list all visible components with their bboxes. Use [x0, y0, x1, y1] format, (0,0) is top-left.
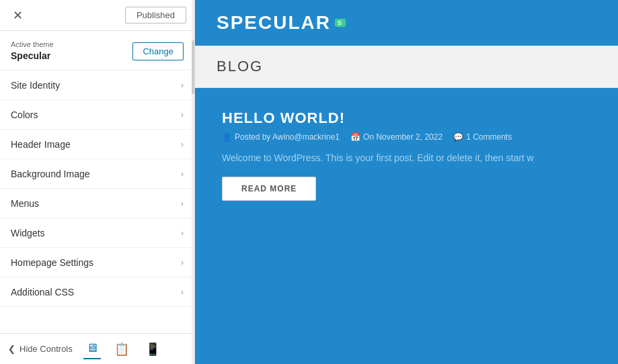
blog-bar: BLOG [195, 46, 618, 88]
chevron-right-icon: › [181, 109, 184, 120]
active-theme-info: Active theme Specular [11, 40, 54, 62]
preview-panel: SPECULAR S BLOG HELLO WORLD! 👤 Posted by… [195, 0, 618, 364]
menu-item-label-colors: Colors [11, 109, 38, 120]
chevron-right-icon: › [181, 228, 184, 238]
published-button[interactable]: Published [125, 7, 186, 24]
mobile-icon: 📱 [145, 342, 160, 357]
hide-controls-label: Hide Controls [20, 344, 73, 354]
chevron-left-icon: ❮ [8, 344, 15, 354]
site-title: SPECULAR S [217, 12, 346, 34]
site-title-text: SPECULAR [217, 12, 331, 34]
menu-item-background-image[interactable]: Background Image › [0, 159, 194, 189]
sidebar-bottom: ❮ Hide Controls 🖥 📋 📱 [0, 333, 194, 364]
date-icon: 📅 [350, 132, 360, 142]
menu-item-homepage-settings[interactable]: Homepage Settings › [0, 248, 194, 277]
close-button[interactable]: ✕ [8, 6, 27, 25]
post-title: HELLO WORLD! [222, 109, 591, 127]
chevron-right-icon: › [181, 169, 184, 179]
menu-item-label-homepage-settings: Homepage Settings [11, 257, 93, 268]
chevron-right-icon: › [181, 287, 184, 297]
desktop-device-button[interactable]: 🖥 [83, 338, 101, 359]
hide-controls-button[interactable]: ❮ Hide Controls [8, 344, 73, 354]
change-theme-button[interactable]: Change [132, 42, 184, 60]
active-theme-label: Active theme [11, 40, 54, 48]
menu-item-widgets[interactable]: Widgets › [0, 218, 194, 248]
desktop-icon: 🖥 [86, 341, 98, 355]
post-date: 📅 On November 2, 2022 [350, 132, 442, 142]
menu-item-additional-css[interactable]: Additional CSS › [0, 277, 194, 307]
chevron-right-icon: › [181, 80, 184, 90]
tablet-device-button[interactable]: 📋 [112, 339, 132, 359]
menu-item-site-identity[interactable]: Site Identity › [0, 71, 194, 100]
menu-item-label-header-image: Header Image [11, 139, 71, 150]
site-header: SPECULAR S [195, 0, 618, 46]
chevron-right-icon: › [181, 139, 184, 149]
menu-item-label-menus: Menus [11, 198, 39, 209]
sidebar: ✕ Published Active theme Specular Change… [0, 0, 195, 364]
post-meta: 👤 Posted by Awino@mackrine1 📅 On Novembe… [222, 132, 591, 142]
active-theme-section: Active theme Specular Change [0, 31, 194, 71]
menu-item-colors[interactable]: Colors › [0, 100, 194, 130]
active-theme-name: Specular [11, 50, 50, 61]
author-icon: 👤 [222, 132, 232, 142]
scrollbar[interactable] [192, 0, 194, 364]
menu-item-label-background-image: Background Image [11, 169, 90, 179]
post-comments: 💬 1 Comments [453, 132, 512, 142]
post-excerpt: Welcome to WordPress. This is your first… [222, 152, 591, 163]
chevron-right-icon: › [181, 257, 184, 267]
menu-item-label-additional-css: Additional CSS [11, 287, 74, 298]
blog-title: BLOG [217, 58, 596, 75]
shopify-badge: S [335, 19, 346, 27]
sidebar-topbar: ✕ Published [0, 0, 194, 31]
customizer-menu: Site Identity › Colors › Header Image › … [0, 71, 194, 333]
menu-item-header-image[interactable]: Header Image › [0, 130, 194, 159]
tablet-icon: 📋 [114, 342, 129, 357]
menu-item-menus[interactable]: Menus › [0, 189, 194, 218]
mobile-device-button[interactable]: 📱 [143, 339, 163, 359]
scroll-thumb [192, 40, 194, 94]
post-author: 👤 Posted by Awino@mackrine1 [222, 132, 340, 142]
chevron-right-icon: › [181, 198, 184, 208]
read-more-button[interactable]: READ MORE [222, 177, 316, 201]
menu-item-label-widgets: Widgets [11, 228, 45, 238]
preview-content: HELLO WORLD! 👤 Posted by Awino@mackrine1… [195, 88, 618, 364]
menu-item-label-site-identity: Site Identity [11, 80, 60, 91]
comment-icon: 💬 [453, 132, 463, 142]
